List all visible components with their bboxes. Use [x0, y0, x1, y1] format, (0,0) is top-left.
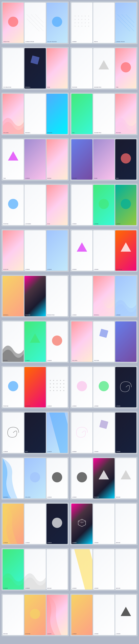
poster-p50[interactable]: POSTER [25, 367, 46, 407]
poster-label-p79: BRAND [3, 633, 8, 634]
poster-p63[interactable]: LOREM [47, 458, 68, 498]
poster-p4[interactable]: LOREM [71, 2, 92, 43]
poster-p21[interactable]: PAPER [47, 139, 68, 180]
poster-label-p52: LOREM [72, 406, 77, 406]
poster-p43[interactable]: WAVES [3, 322, 24, 362]
poster-p28[interactable]: LOREM [71, 185, 92, 225]
poster-p26[interactable]: LAYERED [25, 185, 46, 225]
poster-p25[interactable]: POSTER [3, 185, 24, 225]
poster-p59[interactable]: LOREM [93, 412, 114, 453]
poster-p75[interactable]: BRAND [47, 549, 68, 590]
poster-p72[interactable]: BRAND [115, 504, 136, 544]
cell-12-1: LOREMLOREMLOREM [2, 502, 69, 545]
poster-p73[interactable]: LOREM [3, 549, 24, 590]
poster-p51[interactable]: LOREM [47, 367, 68, 407]
poster-p65[interactable]: POSTER [93, 458, 114, 498]
poster-p20[interactable]: LOREM [25, 139, 46, 180]
poster-p8[interactable]: MINIMAL [25, 48, 46, 88]
poster-p40[interactable]: LOREM [71, 276, 92, 316]
poster-p49[interactable]: POSTER [3, 367, 24, 407]
poster-p82[interactable]: LOREM [71, 595, 92, 635]
poster-p10[interactable]: POSTER [71, 48, 92, 88]
poster-p68[interactable]: LOREM [25, 504, 46, 544]
poster-p61[interactable]: MINIMAL [3, 458, 24, 498]
poster-label-p6: LOREM IPSUM [116, 41, 125, 42]
poster-p62[interactable]: COLORS [25, 458, 46, 498]
poster-p17[interactable]: GEOMETRIC [93, 94, 114, 134]
poster-p29[interactable]: LOREM [93, 185, 114, 225]
poster-p32[interactable]: LOREM [25, 230, 46, 271]
poster-p42[interactable]: LOREM [115, 276, 136, 316]
poster-p7[interactable]: 45 CREATIVE [3, 48, 24, 88]
poster-p60[interactable]: LOREM [115, 412, 136, 453]
poster-p56[interactable]: 2017 [25, 412, 46, 453]
poster-p5[interactable]: IDEAS [93, 2, 114, 43]
poster-p27[interactable]: 2019 [47, 185, 68, 225]
poster-p78[interactable]: BRAND [115, 549, 136, 590]
cell-5-1: POSTERLAYERED2019 [2, 184, 69, 226]
poster-p77[interactable]: LOREM [93, 549, 114, 590]
svg-point-12 [85, 19, 86, 20]
poster-p30[interactable]: LOREM [115, 185, 136, 225]
svg-point-15 [78, 22, 79, 23]
cell-5-2: LOREMLOREMLOREM [70, 184, 137, 226]
poster-p66[interactable]: BRAND [115, 458, 136, 498]
svg-point-7 [85, 16, 86, 16]
poster-p54[interactable]: LOREM [115, 367, 136, 407]
poster-p74[interactable]: LOREM [25, 549, 46, 590]
poster-p55[interactable]: LOREM [3, 412, 24, 453]
poster-label-p45: LOREM [47, 360, 52, 361]
poster-p16[interactable]: THE [71, 94, 92, 134]
poster-p57[interactable]: LOREM [47, 412, 68, 453]
poster-p36[interactable]: TRIANGLE [115, 230, 136, 271]
poster-label-p23: FUND [94, 178, 97, 179]
poster-p15[interactable]: POSTER [47, 94, 68, 134]
poster-p19[interactable]: THE [3, 139, 24, 180]
poster-p12[interactable]: THE [115, 48, 136, 88]
poster-p1[interactable]: CREATIVE [3, 2, 24, 43]
poster-p37[interactable]: MINIMAL [3, 276, 24, 316]
poster-p18[interactable]: POSTER [115, 94, 136, 134]
poster-label-p82: LOREM [72, 633, 77, 634]
poster-p67[interactable]: LOREM [3, 504, 24, 544]
poster-p64[interactable]: LOREM [71, 458, 92, 498]
cell-4-1: THELOREMPAPER [2, 138, 69, 181]
poster-p41[interactable]: MINIMAL [93, 276, 114, 316]
poster-p46[interactable]: COLORS [71, 322, 92, 362]
poster-p83[interactable]: LOREM [93, 595, 114, 635]
poster-p22[interactable]: TRENDY [71, 139, 92, 180]
poster-p53[interactable]: LOREM [93, 367, 114, 407]
poster-p6[interactable]: LOREM IPSUM [115, 2, 136, 43]
poster-p38[interactable]: POSTER [25, 276, 46, 316]
poster-p47[interactable]: POSTER [93, 322, 114, 362]
poster-p9[interactable]: 2019 [47, 48, 68, 88]
poster-p24[interactable]: 2021 [115, 139, 136, 180]
poster-p11[interactable]: GEOMETRIC [93, 48, 114, 88]
poster-p45[interactable]: LOREM [47, 322, 68, 362]
svg-point-32 [63, 380, 64, 381]
poster-p3[interactable]: COLOR DESIGN [47, 2, 68, 43]
poster-p52[interactable]: LOREM [71, 367, 92, 407]
poster-p34[interactable]: LOREM [71, 230, 92, 271]
poster-p14[interactable]: MINIMAL [25, 94, 46, 134]
poster-p76[interactable]: LOREM [71, 549, 92, 590]
poster-p71[interactable]: LOREM [93, 504, 114, 544]
poster-p39[interactable]: MARKETING [47, 276, 68, 316]
poster-p44[interactable]: LOREM [25, 322, 46, 362]
poster-p84[interactable]: LOREM [115, 595, 136, 635]
poster-p23[interactable]: FUND [93, 139, 114, 180]
poster-p81[interactable]: LIQUID [47, 595, 68, 635]
poster-p35[interactable]: LOREM [93, 230, 114, 271]
poster-p48[interactable]: BRAND [115, 322, 136, 362]
poster-p70[interactable]: LOREM [71, 504, 92, 544]
poster-p2[interactable]: LOREM IPSUM [25, 2, 46, 43]
svg-point-45 [57, 390, 58, 391]
poster-p79[interactable]: BRAND [3, 595, 24, 635]
poster-p31[interactable]: POSTER [3, 230, 24, 271]
poster-p58[interactable]: LOREM [71, 412, 92, 453]
poster-p80[interactable]: POSTER [25, 595, 46, 635]
poster-p33[interactable]: LOREM [47, 230, 68, 271]
poster-label-p76: LOREM [72, 588, 77, 589]
poster-p13[interactable]: COLORS [3, 94, 24, 134]
poster-p69[interactable]: LOREM [47, 504, 68, 544]
